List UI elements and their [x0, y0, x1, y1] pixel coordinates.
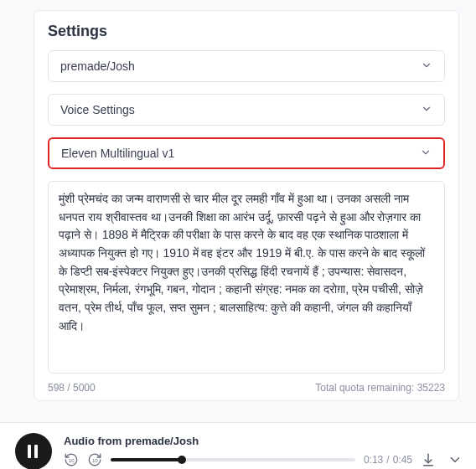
- progress-fill: [111, 458, 182, 461]
- track-title: Audio from premade/Josh: [64, 435, 463, 447]
- player-main: Audio from premade/Josh 10 10 0:13/0:45: [64, 435, 463, 467]
- voice-select-label: premade/Josh: [60, 59, 135, 73]
- pause-button[interactable]: [15, 433, 52, 470]
- collapse-icon[interactable]: [448, 452, 463, 467]
- audio-player: Audio from premade/Josh 10 10 0:13/0:45: [0, 422, 476, 469]
- forward-10-icon[interactable]: 10: [87, 452, 102, 467]
- counts-row: 598 / 5000 Total quota remaining: 35223: [48, 382, 445, 394]
- voice-select[interactable]: premade/Josh: [48, 50, 445, 82]
- chevron-down-icon: [421, 103, 432, 116]
- player-tail-icons: [421, 452, 463, 467]
- model-select[interactable]: Eleven Multilingual v1: [48, 137, 445, 169]
- char-count: 598 / 5000: [48, 382, 96, 394]
- player-controls: 10 10 0:13/0:45: [64, 452, 463, 467]
- download-icon[interactable]: [421, 452, 436, 467]
- time-display: 0:13/0:45: [364, 454, 412, 466]
- chevron-down-icon: [421, 59, 432, 73]
- svg-text:10: 10: [69, 458, 75, 463]
- voice-settings-label: Voice Settings: [60, 103, 135, 116]
- progress-bar[interactable]: [111, 458, 355, 461]
- rewind-10-icon[interactable]: 10: [64, 452, 79, 467]
- model-select-label: Eleven Multilingual v1: [61, 147, 174, 160]
- time-current: 0:13: [364, 454, 383, 466]
- text-input[interactable]: [48, 181, 445, 374]
- svg-text:10: 10: [92, 458, 98, 463]
- chevron-down-icon: [420, 147, 432, 160]
- progress-thumb[interactable]: [178, 456, 186, 464]
- quota-remaining: Total quota remaining: 35223: [315, 382, 445, 394]
- page-title: Settings: [48, 23, 445, 40]
- voice-settings-select[interactable]: Voice Settings: [48, 94, 445, 126]
- pause-icon: [28, 445, 39, 458]
- time-duration: 0:45: [393, 454, 412, 466]
- settings-panel: Settings premade/Josh Voice Settings Ele…: [34, 10, 459, 401]
